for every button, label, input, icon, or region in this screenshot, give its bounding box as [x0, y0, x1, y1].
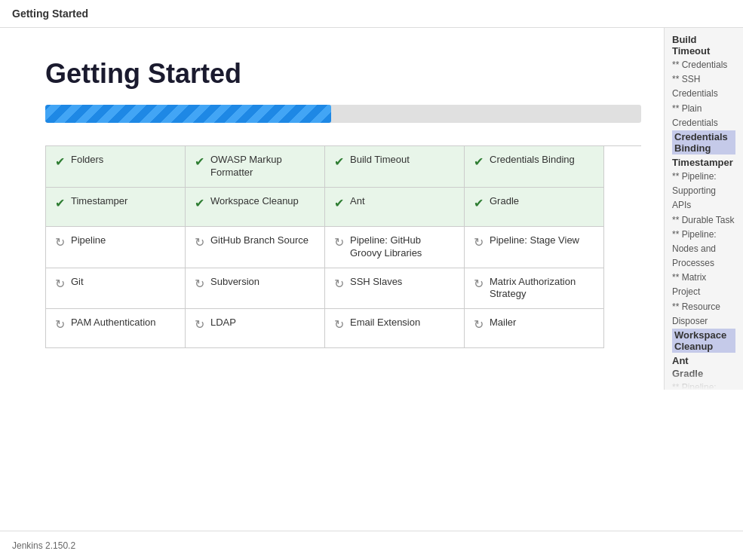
plugin-cell: ✔Workspace Cleanup — [186, 188, 325, 227]
plugin-name: LDAP — [210, 317, 236, 329]
refresh-icon: ↻ — [334, 317, 344, 332]
refresh-icon: ↻ — [195, 235, 204, 249]
plugin-name: Pipeline: GitHub Groovy Libraries — [350, 234, 455, 260]
top-nav: Getting Started — [0, 0, 743, 28]
plugin-cell: ↻Pipeline — [46, 227, 186, 268]
plugin-name: Pipeline — [71, 234, 106, 247]
refresh-icon: ↻ — [55, 317, 65, 332]
sidebar-section-header: Credentials Binding — [672, 130, 735, 155]
sidebar-section-header: Ant — [672, 355, 735, 366]
plugin-name: Pipeline: Stage View — [490, 234, 579, 247]
refresh-icon: ↻ — [195, 277, 204, 291]
sidebar-dep-item: ** SSH Credentials — [672, 72, 735, 101]
plugin-name: Workspace Cleanup — [210, 195, 299, 208]
plugin-name: OWASP Markup Formatter — [210, 154, 315, 179]
plugin-name: Folders — [71, 154, 103, 167]
sidebar-dep-item: ** Pipeline: Nodes and Processes — [672, 228, 735, 271]
plugin-name: Email Extension — [350, 317, 420, 329]
sidebar-dep-item: ** Credentials — [672, 58, 735, 72]
plugin-cell: ✔OWASP Markup Formatter — [186, 146, 325, 188]
refresh-icon: ↻ — [334, 277, 344, 291]
plugin-cell: ↻Git — [46, 268, 186, 310]
sidebar-dep-item: ** Pipeline: Supporting APIs — [672, 170, 735, 213]
sidebar-dep-item: ** Durable Task — [672, 213, 735, 228]
refresh-icon: ↻ — [474, 317, 484, 332]
plugin-name: Git — [71, 276, 84, 289]
plugin-name: Matrix Authorization Strategy — [490, 276, 594, 301]
check-icon: ✔ — [195, 155, 204, 169]
refresh-icon: ↻ — [474, 277, 484, 291]
sidebar-section-header: Workspace Cleanup — [672, 329, 735, 353]
nav-title: Getting Started — [12, 8, 88, 20]
plugin-cell: ↻Email Extension — [325, 309, 465, 348]
plugin-name: Ant — [350, 195, 365, 208]
full-layout: Getting Started ✔Folders✔OWASP Markup Fo… — [0, 28, 743, 532]
check-icon: ✔ — [195, 196, 204, 210]
check-icon: ✔ — [474, 196, 484, 210]
refresh-icon: ↻ — [474, 235, 484, 249]
plugin-cell: ↻Mailer — [465, 309, 604, 348]
plugin-cell: ✔Gradle — [465, 188, 604, 227]
plugin-cell: ↻LDAP — [186, 309, 325, 348]
refresh-icon: ↻ — [195, 317, 204, 332]
plugin-cell: ✔Ant — [325, 188, 465, 227]
plugin-name: GitHub Branch Source — [210, 234, 309, 247]
plugin-cell: ↻Subversion — [186, 268, 325, 310]
check-icon: ✔ — [334, 196, 344, 210]
plugin-cell: ↻Pipeline: GitHub Groovy Libraries — [325, 227, 465, 268]
plugin-cell: ✔Credentials Binding — [465, 146, 604, 188]
refresh-icon: ↻ — [55, 235, 65, 249]
progress-container — [45, 105, 641, 123]
plugin-cell: ↻Pipeline: Stage View — [465, 227, 604, 268]
plugin-grid: ✔Folders✔OWASP Markup Formatter✔Build Ti… — [45, 145, 641, 348]
check-icon: ✔ — [474, 155, 484, 169]
content-area: Getting Started ✔Folders✔OWASP Markup Fo… — [0, 28, 664, 532]
check-icon: ✔ — [55, 196, 65, 210]
plugin-name: Build Timeout — [350, 154, 410, 167]
sidebar-section-header: Build Timeout — [672, 34, 735, 57]
progress-bar — [45, 105, 331, 123]
plugin-name: Timestamper — [71, 195, 127, 208]
plugin-cell: ↻PAM Authentication — [46, 309, 186, 348]
sidebar-dep-item: ** Plain Credentials — [672, 102, 735, 130]
check-icon: ✔ — [334, 155, 344, 169]
refresh-icon: ↻ — [334, 235, 344, 249]
page-title: Getting Started — [45, 58, 641, 90]
bottom-bar: Jenkins 2.150.2 — [0, 531, 743, 532]
plugin-name: PAM Authentication — [71, 317, 156, 329]
plugin-name: Credentials Binding — [490, 154, 575, 167]
check-icon: ✔ — [55, 155, 65, 169]
refresh-icon: ↻ — [55, 277, 65, 291]
plugin-name: Mailer — [490, 317, 516, 329]
plugin-name: SSH Slaves — [350, 276, 402, 289]
plugin-cell: ✔Folders — [46, 146, 186, 188]
plugin-cell: ↻SSH Slaves — [325, 268, 465, 310]
sidebar-fade — [665, 367, 743, 390]
sidebar-panel: Build Timeout** Credentials** SSH Creden… — [664, 28, 743, 390]
plugin-cell: ✔Build Timeout — [325, 146, 465, 188]
plugin-name: Gradle — [490, 195, 519, 208]
sidebar-dep-item: ** Matrix Project — [672, 271, 735, 299]
plugin-name: Subversion — [210, 276, 259, 289]
plugin-cell: ✔Timestamper — [46, 188, 186, 227]
plugin-cell: ↻Matrix Authorization Strategy — [465, 268, 604, 310]
plugin-cell: ↻GitHub Branch Source — [186, 227, 325, 268]
sidebar-section-header: Timestamper — [672, 157, 735, 168]
sidebar-dep-item: ** Resource Disposer — [672, 300, 735, 329]
